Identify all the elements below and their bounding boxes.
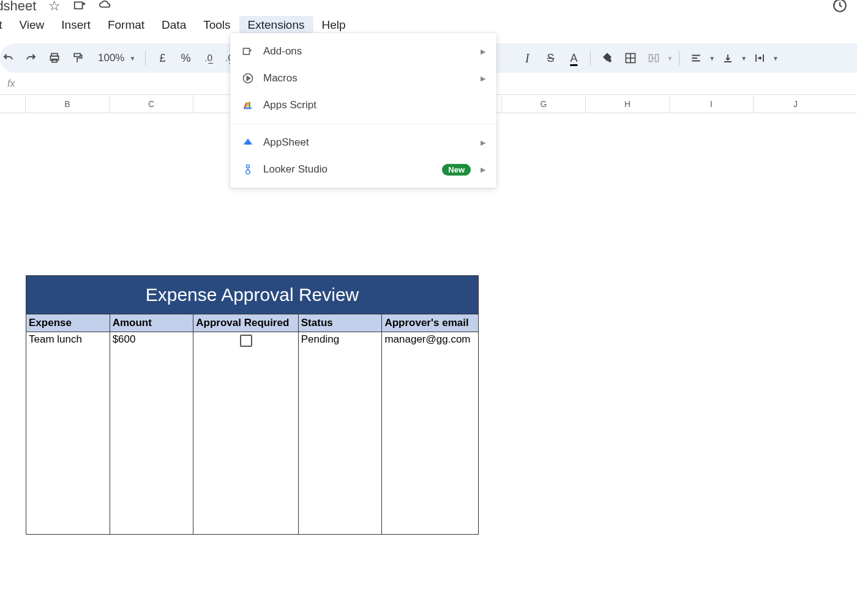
col-approval[interactable]: Approval Required [193,314,299,332]
appsheet-icon [241,136,255,149]
svg-point-9 [247,165,250,168]
history-icon[interactable] [832,0,848,13]
svg-rect-5 [649,54,653,62]
vertical-align-button[interactable] [717,48,738,69]
column-header-b[interactable]: B [26,95,110,113]
new-badge: New [442,164,471,176]
looker-studio-menuitem[interactable]: Looker Studio New ▶ [230,156,496,183]
cell-amount[interactable]: $600 [110,332,194,534]
col-approver[interactable]: Approver's email [382,314,478,332]
zoom-select[interactable]: 100% ▼ [91,52,139,64]
apps-script-icon [241,98,255,112]
chevron-right-icon: ▶ [481,75,485,83]
cell-approval[interactable] [193,332,299,534]
col-expense[interactable]: Expense [26,314,110,332]
move-icon[interactable] [73,0,86,14]
fx-icon: fx [7,78,15,89]
svg-rect-6 [656,54,659,62]
percent-button[interactable]: % [175,48,196,69]
expense-table: Expense Approval Review Expense Amount A… [26,275,479,535]
svg-rect-3 [74,54,80,57]
addons-label: Add-ons [263,45,302,58]
col-status[interactable]: Status [299,314,383,332]
table-title: Expense Approval Review [26,276,478,314]
fill-color-button[interactable] [597,48,618,69]
svg-point-10 [246,170,250,174]
select-all-corner[interactable] [0,95,26,113]
column-header-g[interactable]: G [502,95,586,113]
checkbox-icon[interactable] [240,335,252,347]
borders-button[interactable] [620,48,641,69]
currency-button[interactable]: £ [152,48,173,69]
chevron-right-icon: ▶ [481,166,485,174]
extensions-dropdown: Add-ons ▶ Macros ▶ Apps Script AppSheet … [230,33,496,188]
menu-insert[interactable]: Insert [53,16,99,34]
menu-data[interactable]: Data [153,16,195,34]
menu-extensions[interactable]: Extensions [239,16,313,34]
appsheet-label: AppSheet [263,136,309,149]
macros-menuitem[interactable]: Macros ▶ [230,65,496,92]
cell-expense[interactable]: Team lunch [26,332,110,534]
redo-button[interactable] [21,48,42,69]
chevron-right-icon: ▶ [481,139,485,147]
star-icon[interactable]: ☆ [48,0,61,14]
table-row: Team lunch $600 Pending manager@gg.com [26,332,478,534]
horizontal-align-button[interactable] [686,48,706,69]
cell-status[interactable]: Pending [299,332,383,534]
looker-label: Looker Studio [263,163,327,176]
cell-approver[interactable]: manager@gg.com [382,332,478,534]
apps-script-menuitem[interactable]: Apps Script [230,92,496,119]
document-title[interactable]: d spreadsheet [0,0,36,14]
col-amount[interactable]: Amount [110,314,194,332]
macros-label: Macros [263,72,298,84]
column-header-c[interactable]: C [110,95,193,113]
column-header-j[interactable]: J [754,95,837,113]
column-header-h[interactable]: H [586,95,670,113]
addons-menuitem[interactable]: Add-ons ▶ [230,38,496,65]
apps-script-label: Apps Script [263,99,316,111]
menu-tools[interactable]: Tools [195,16,239,34]
print-button[interactable] [44,48,65,69]
column-header-i[interactable]: I [670,95,754,113]
svg-rect-7 [244,48,250,54]
undo-button[interactable] [0,48,18,69]
italic-button[interactable]: I [517,48,537,69]
macros-icon [241,72,255,85]
menu-divider [230,124,496,124]
chevron-right-icon: ▶ [481,48,485,56]
paint-format-button[interactable] [67,48,88,69]
menu-format[interactable]: Format [99,16,153,34]
text-wrap-button[interactable] [749,48,770,69]
appsheet-menuitem[interactable]: AppSheet ▶ [230,129,496,156]
cloud-icon[interactable] [99,0,112,14]
table-header-row: Expense Amount Approval Required Status … [26,314,478,332]
addons-icon [241,45,255,58]
merge-button[interactable] [643,48,664,69]
text-color-button[interactable]: A [563,48,584,69]
strikethrough-button[interactable]: S [540,48,561,69]
menu-help[interactable]: Help [313,16,354,34]
looker-icon [241,163,255,176]
menu-view[interactable]: View [11,16,53,34]
menu-edit[interactable]: it [0,16,11,34]
decrease-decimal-button[interactable]: .0̲ [198,48,219,69]
